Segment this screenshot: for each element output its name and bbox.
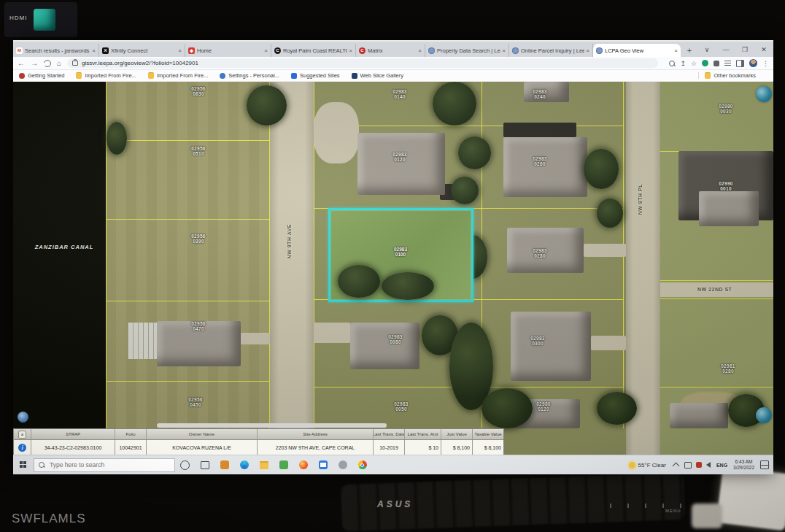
cell-folio: 10042901 [115, 440, 147, 455]
tab-close-icon[interactable]: × [586, 47, 589, 54]
tab-close-icon[interactable]: × [418, 47, 422, 54]
profile-avatar[interactable] [749, 59, 757, 67]
grammarly-extension-icon[interactable] [702, 60, 708, 66]
street-label-nw-8th-pl: NW 8TH PL [638, 184, 643, 215]
bookmark-star-icon[interactable]: ☆ [691, 60, 697, 67]
search-icon [39, 462, 45, 468]
tab-close-icon[interactable]: × [264, 47, 268, 54]
parcel-line [106, 301, 270, 301]
maximize-button[interactable]: ❐ [735, 46, 754, 53]
street-label-nw-9th-ave: NW 9TH AVE [287, 224, 292, 258]
tab-close-icon[interactable]: × [178, 47, 182, 54]
folder-icon [76, 72, 82, 79]
tab-close-icon[interactable]: × [674, 47, 678, 54]
table-row[interactable]: i 34-43-23-C2-02983.0100 10042901 KOVACO… [14, 440, 503, 455]
house-roof [357, 133, 445, 195]
extensions-puzzle-icon[interactable] [714, 61, 719, 66]
table-scrollbar[interactable] [157, 423, 387, 428]
photos-app-icon[interactable] [274, 455, 293, 474]
close-button[interactable]: ✕ [754, 46, 773, 53]
tab-search-icon[interactable]: ∨ [697, 46, 716, 53]
canal-water [13, 82, 107, 455]
getting-started-icon [19, 73, 25, 79]
taskbar-clock[interactable]: 6:43 AM 3/29/2022 [733, 459, 754, 471]
xfinity-icon: X [102, 47, 109, 54]
cell-last-trans-date: 10-2019 [374, 440, 405, 455]
tab-close-icon[interactable]: × [92, 47, 96, 54]
cortana-icon[interactable] [175, 455, 195, 474]
start-button[interactable] [13, 455, 34, 474]
house-roof [503, 137, 587, 197]
bookmark-settings[interactable]: Settings - Personal... [220, 72, 279, 79]
parcel-label: 02983 0260 [524, 156, 556, 166]
taskbar-search[interactable] [34, 458, 175, 472]
action-center-icon[interactable] [760, 460, 769, 469]
display-tray-icon[interactable] [684, 462, 692, 469]
map-viewport[interactable]: 02983 0100 02956 0630 02956 0510 02956 0… [13, 82, 773, 455]
speaker-icon[interactable] [706, 462, 711, 468]
swflamls-watermark: SWFLAMLS [12, 512, 86, 526]
share-icon[interactable]: ↥ [680, 60, 686, 67]
map-watermark-icon [756, 407, 772, 423]
tab-strip: M Search results - janswords × X Xfinity… [13, 42, 773, 57]
search-input[interactable] [48, 460, 170, 469]
side-panel-icon[interactable] [736, 60, 744, 67]
app-tray-icon[interactable] [696, 462, 702, 468]
bookmark-suggested-sites[interactable]: Suggested Sites [291, 72, 340, 79]
tray-expand-icon[interactable] [672, 463, 679, 470]
forward-icon[interactable]: → [31, 59, 38, 67]
tree [433, 82, 476, 126]
driveway [584, 244, 626, 257]
menu-kebab-icon[interactable]: ⋮ [762, 60, 769, 67]
tab-gmail[interactable]: M Search results - janswords × [13, 44, 99, 57]
weather-text[interactable]: 55°F Clear [638, 462, 666, 469]
reading-list-icon[interactable] [724, 61, 731, 66]
home-icon[interactable]: ⌂ [57, 59, 61, 67]
suggested-sites-icon [291, 73, 297, 79]
messaging-app-icon[interactable] [333, 455, 352, 474]
back-icon[interactable]: ← [18, 59, 25, 67]
selected-parcel-highlight[interactable]: 02983 0100 [328, 208, 473, 302]
tab-realtor[interactable]: C Royal Palm Coast REALTOR × [271, 44, 356, 57]
edge-icon[interactable] [234, 455, 254, 474]
store-app-icon[interactable] [214, 455, 234, 474]
tab-close-icon[interactable]: × [502, 47, 506, 54]
new-tab-button[interactable]: + [684, 45, 695, 56]
parcel-label: 02956 0510 [182, 146, 214, 156]
tree [458, 136, 491, 169]
mail-app-icon[interactable] [313, 455, 333, 474]
tree-cluster [597, 392, 637, 425]
row-info-cell[interactable]: i [14, 440, 31, 455]
address-bar[interactable]: gissvr.leepa.org/geoview2/?folioid=10042… [67, 58, 658, 68]
parcel-line [314, 126, 623, 126]
info-icon[interactable]: i [18, 444, 26, 452]
language-indicator[interactable]: ENG [716, 463, 727, 468]
monitor-brand-logo: ASUS [377, 499, 413, 509]
cell-last-trans-amt: $ 10 [405, 440, 441, 455]
tab-property-search[interactable]: Property Data Search | Lee × [425, 44, 509, 57]
bookmark-getting-started[interactable]: Getting Started [19, 72, 64, 79]
bookmark-web-slice[interactable]: Web Slice Gallery [352, 72, 403, 79]
task-view-icon[interactable] [195, 455, 214, 474]
url-text[interactable]: gissvr.leepa.org/geoview2/?folioid=10042… [82, 60, 198, 66]
tab-matrix[interactable]: C Matrix × [356, 44, 425, 57]
tab-close-icon[interactable]: × [349, 47, 352, 54]
tab-home[interactable]: ✱ Home × [185, 44, 271, 57]
parcel-label: 02980 0030 [710, 104, 742, 114]
tab-xfinity[interactable]: X Xfinity Connect × [99, 44, 185, 57]
cell-strap: 34-43-23-C2-02983.0100 [31, 440, 115, 455]
reload-icon[interactable] [44, 60, 51, 67]
bookmark-imported-1[interactable]: Imported From Fire... [76, 72, 136, 79]
chrome-icon[interactable] [352, 455, 372, 474]
file-explorer-icon[interactable] [254, 455, 274, 474]
firefox-icon[interactable] [293, 455, 313, 474]
close-icon[interactable]: × [18, 431, 26, 439]
zoom-icon[interactable] [669, 61, 675, 66]
minimize-button[interactable]: — [716, 46, 735, 53]
tab-lcpa-geoview[interactable]: LCPA Geo View × [593, 44, 681, 57]
bookmark-imported-2[interactable]: Imported From Fire... [148, 72, 208, 79]
tab-parcel-inquiry[interactable]: Online Parcel Inquiry | Lee × [509, 44, 593, 57]
selected-parcel-label: 02983 0100 [384, 247, 417, 257]
other-bookmarks[interactable]: Other bookmarks [698, 72, 756, 79]
map-control-icon[interactable] [18, 412, 28, 423]
